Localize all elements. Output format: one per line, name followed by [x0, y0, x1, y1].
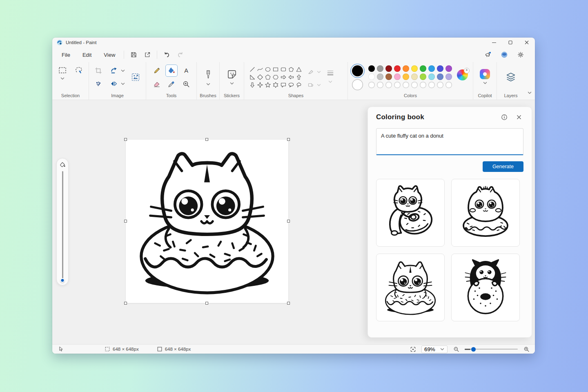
result-thumbnail-2[interactable]	[451, 179, 520, 247]
resize-handle[interactable]	[287, 138, 290, 141]
ribbon-collapse-button[interactable]	[527, 90, 532, 96]
eyedropper-tool[interactable]	[166, 78, 177, 90]
palette-color[interactable]	[445, 65, 452, 72]
menu-view[interactable]: View	[98, 50, 121, 60]
palette-color[interactable]	[385, 65, 392, 72]
arrow-right-shape[interactable]	[279, 73, 287, 81]
text-tool[interactable]: A	[180, 65, 192, 76]
star-five-shape[interactable]	[264, 81, 272, 89]
zoom-slider[interactable]	[465, 346, 518, 352]
palette-color[interactable]	[437, 74, 443, 80]
custom-color-slot[interactable]	[428, 82, 435, 88]
copilot-button[interactable]	[480, 69, 490, 85]
callout-cloud-shape[interactable]	[295, 81, 303, 89]
menu-edit[interactable]: Edit	[76, 50, 98, 60]
line-shape[interactable]	[248, 65, 256, 73]
slider-thumb[interactable]	[60, 278, 65, 283]
free-select-tool[interactable]	[73, 65, 85, 76]
custom-color-slot[interactable]	[403, 82, 409, 88]
slider-track[interactable]	[62, 171, 63, 282]
texture-select-button[interactable]	[93, 78, 104, 89]
palette-color[interactable]	[445, 74, 452, 80]
resize-handle[interactable]	[287, 302, 290, 305]
resize-handle[interactable]	[124, 302, 127, 305]
palette-color[interactable]	[394, 74, 401, 80]
rectangle-shape[interactable]	[272, 65, 279, 73]
panel-close-button[interactable]	[514, 113, 523, 122]
resize-image-button[interactable]	[129, 70, 143, 84]
panel-info-button[interactable]	[500, 113, 509, 122]
fill-tolerance-slider[interactable]	[56, 158, 69, 285]
right-triangle-shape[interactable]	[248, 73, 256, 81]
custom-color-slot[interactable]	[411, 82, 418, 88]
account-button[interactable]	[497, 49, 511, 60]
palette-color[interactable]	[428, 74, 435, 80]
custom-color-slot[interactable]	[385, 82, 392, 88]
feedback-button[interactable]	[481, 49, 495, 60]
palette-color[interactable]	[403, 65, 409, 72]
close-button[interactable]	[519, 38, 535, 47]
callout-rect-shape[interactable]	[279, 81, 287, 89]
generate-button[interactable]: Generate	[483, 161, 523, 172]
triangle-shape[interactable]	[295, 65, 303, 73]
palette-color[interactable]	[377, 74, 383, 80]
shape-fill-button[interactable]	[306, 80, 316, 90]
save-button[interactable]	[127, 49, 140, 60]
color2-swatch[interactable]	[352, 79, 363, 90]
oval-shape[interactable]	[264, 65, 272, 73]
resize-handle[interactable]	[124, 220, 127, 223]
rounded-rectangle-shape[interactable]	[279, 65, 287, 73]
palette-color[interactable]	[420, 65, 426, 72]
palette-color[interactable]	[377, 65, 383, 72]
custom-color-slot[interactable]	[377, 82, 383, 88]
slider-thumb[interactable]	[471, 347, 476, 352]
canvas[interactable]	[126, 140, 288, 303]
shape-outline-button[interactable]	[306, 67, 316, 77]
arrow-up-shape[interactable]	[295, 73, 303, 81]
stickers-button[interactable]	[227, 69, 237, 86]
zoom-in-button[interactable]	[522, 345, 531, 354]
undo-button[interactable]	[160, 49, 174, 60]
result-thumbnail-3[interactable]	[376, 254, 445, 321]
magnifier-tool[interactable]	[180, 78, 192, 90]
brushes-button[interactable]	[204, 68, 213, 87]
resize-handle[interactable]	[205, 302, 208, 305]
scribble-partial-shape[interactable]	[248, 89, 256, 91]
pencil-tool[interactable]	[151, 65, 163, 76]
palette-color[interactable]	[385, 74, 392, 80]
palette-color[interactable]	[437, 65, 443, 72]
redo-button[interactable]	[174, 49, 187, 60]
result-thumbnail-1[interactable]	[376, 179, 445, 247]
star-four-shape[interactable]	[256, 81, 264, 89]
fit-to-screen-button[interactable]	[408, 345, 417, 354]
layers-button[interactable]	[504, 70, 518, 84]
palette-color[interactable]	[411, 65, 418, 72]
palette-color[interactable]	[411, 74, 418, 80]
prompt-input[interactable]: A cute fluffy cat on a donut	[376, 128, 523, 155]
custom-color-slot[interactable]	[437, 82, 443, 88]
polygon-shape[interactable]	[287, 65, 295, 73]
custom-color-slot[interactable]	[420, 82, 426, 88]
zoom-out-button[interactable]	[452, 345, 461, 354]
palette-color[interactable]	[428, 65, 435, 72]
pentagon-shape[interactable]	[264, 73, 272, 81]
curve-shape[interactable]	[256, 65, 264, 73]
share-button[interactable]	[140, 49, 154, 60]
rectangle-select-tool[interactable]	[57, 65, 68, 76]
chevron-down-icon[interactable]	[120, 81, 125, 86]
minimize-button[interactable]	[486, 38, 502, 47]
crop-button[interactable]	[93, 65, 104, 76]
diamond-shape[interactable]	[256, 73, 264, 81]
color1-swatch[interactable]	[352, 65, 363, 76]
resize-handle[interactable]	[124, 138, 127, 141]
canvas-artwork[interactable]	[126, 140, 288, 303]
hexagon-shape[interactable]	[272, 73, 279, 81]
resize-handle[interactable]	[287, 220, 290, 223]
arrow-down-shape[interactable]	[248, 81, 256, 89]
settings-button[interactable]	[514, 49, 528, 60]
lightning-partial-shape[interactable]	[256, 89, 264, 91]
palette-color[interactable]	[368, 65, 375, 72]
stroke-width-button[interactable]	[325, 67, 336, 78]
palette-color[interactable]	[420, 74, 426, 80]
star-six-shape[interactable]	[272, 81, 279, 89]
